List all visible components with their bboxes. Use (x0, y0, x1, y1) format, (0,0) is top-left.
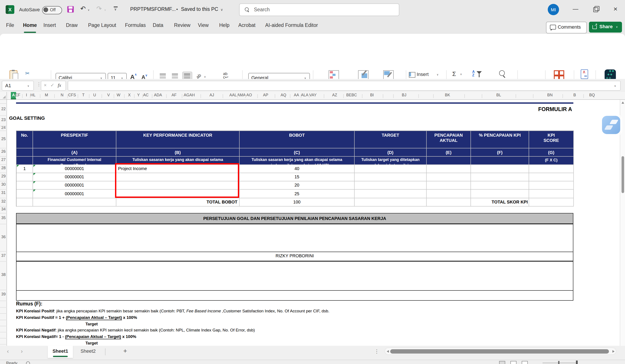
next-sheet-icon[interactable]: › (21, 348, 23, 355)
column-header[interactable]: CFS (68, 93, 76, 97)
column-header[interactable]: V (107, 93, 110, 97)
column-header[interactable]: T (82, 93, 85, 97)
ribbon-tab-file[interactable]: File (6, 23, 14, 28)
table-header-cell[interactable]: % PENCAPAIAN KPI (471, 131, 529, 148)
formula-bar-expand-icon[interactable]: ∨ (614, 85, 616, 87)
ribbon-tab-acrobat[interactable]: Acrobat (238, 23, 255, 28)
rumus-title[interactable]: Rumus (F): (16, 301, 42, 306)
restore-button[interactable] (587, 0, 602, 20)
rumus-negatif-formula[interactable]: KPI Korelasi Negatif= 1 - (Pencapaian Ak… (16, 334, 136, 339)
scroll-left-icon[interactable] (387, 350, 389, 353)
row-header[interactable]: 27 (0, 157, 6, 162)
horizontal-scroll-thumb[interactable] (390, 349, 609, 353)
excel-app-icon[interactable]: X (6, 5, 14, 14)
table-data-cell[interactable] (427, 181, 471, 190)
insert-cells-button[interactable]: Insert ∨ (409, 71, 443, 78)
table-data-cell[interactable]: 00000001 (33, 181, 116, 190)
ribbon-tab-page-layout[interactable]: Page Layout (88, 23, 116, 28)
saved-chevron-icon[interactable]: ∨ (220, 8, 223, 12)
view-page-layout-button[interactable] (510, 361, 516, 364)
column-header[interactable]: AO (246, 93, 252, 97)
table-instruction-cell[interactable] (16, 157, 33, 165)
horizontal-scrollbar[interactable] (384, 348, 616, 355)
table-data-cell[interactable]: 00000001 (33, 173, 116, 181)
table-data-cell[interactable] (529, 165, 574, 173)
table-letter-cell[interactable]: (A) (33, 148, 116, 157)
ribbon-tab-view[interactable]: View (198, 23, 209, 28)
table-data-cell[interactable] (16, 173, 33, 181)
table-total-cell[interactable] (16, 198, 33, 207)
column-header[interactable]: N (61, 93, 63, 97)
table-total-cell[interactable] (355, 198, 427, 207)
table-data-cell[interactable] (427, 173, 471, 181)
table-letter-cell[interactable] (16, 148, 33, 157)
undo-chevron-icon[interactable]: ∨ (88, 9, 90, 11)
ribbon-tab-home[interactable]: Home (23, 23, 37, 28)
table-data-cell[interactable] (471, 165, 529, 173)
cancel-icon[interactable]: × (44, 82, 47, 88)
row-header[interactable]: 25 (0, 137, 6, 141)
rumus-positif-desc[interactable]: KPI Korelasi Positif: jika angka pencapa… (16, 308, 329, 313)
table-total-cell[interactable] (427, 198, 471, 207)
ribbon-tab-formulas[interactable]: Formulas (125, 23, 146, 28)
persetujuan-banner[interactable]: PERSETUJUAN GOAL DAN PERSETUJUAN PENILAI… (16, 213, 573, 224)
table-data-cell[interactable] (471, 190, 529, 198)
table-data-cell[interactable] (529, 190, 574, 198)
rumus-negatif-desc[interactable]: KPI Korelasi Negatif: jika angka pencapa… (16, 328, 255, 332)
table-data-cell[interactable] (427, 165, 471, 173)
name-box-splitter[interactable]: ⋮ (36, 82, 41, 87)
autosave-toggle[interactable]: Off (42, 6, 62, 14)
tab-overflow-icon[interactable]: ⋮ (374, 348, 379, 355)
table-header-cell[interactable]: BOBOT (240, 131, 355, 148)
table-letter-cell[interactable]: (F) (471, 148, 529, 157)
rumus-positif-formula[interactable]: KPI Korelasi Positif = 1 + (Pencapaian A… (16, 315, 137, 320)
table-header-cell[interactable]: TARGET (355, 131, 427, 148)
table-data-cell[interactable]: 20 (240, 181, 355, 190)
column-header[interactable]: BQ (589, 93, 595, 97)
column-header[interactable]: AF (171, 93, 176, 97)
table-letter-cell[interactable]: (D) (355, 148, 427, 157)
column-header[interactable]: B (573, 93, 576, 97)
column-header[interactable]: BN (547, 93, 553, 97)
close-button[interactable]: × (606, 0, 625, 20)
table-data-cell[interactable] (355, 165, 427, 173)
column-header[interactable]: BI (370, 93, 374, 97)
table-header-cell[interactable]: KPI SCORE (529, 131, 574, 148)
avatar[interactable]: MI (548, 4, 559, 15)
row-header[interactable]: 28 (0, 166, 6, 170)
signature-box-1[interactable]: RIZKY PROBORINI (16, 224, 573, 261)
undo-icon[interactable]: ↶ (80, 5, 86, 13)
ribbon-tab-help[interactable]: Help (219, 23, 229, 28)
share-button[interactable]: ↗ Share ∨ (589, 22, 622, 32)
screenshot-overlay-button[interactable] (600, 114, 623, 136)
table-data-cell[interactable]: 25 (240, 190, 355, 198)
table-data-cell[interactable] (471, 173, 529, 181)
column-header[interactable]: BK (445, 93, 450, 97)
row-header[interactable]: 38 (0, 273, 6, 277)
column-header[interactable]: M (45, 93, 48, 97)
column-header[interactable]: AP (263, 93, 268, 97)
row-header[interactable]: 23 (0, 118, 6, 122)
column-header[interactable]: AAL (229, 93, 237, 97)
row-header[interactable]: 32 (0, 199, 6, 204)
table-instruction-cell[interactable]: Tuliskan sasaran kerja yang akan dicapai… (240, 157, 355, 165)
view-page-break-button[interactable] (522, 361, 528, 364)
rumus-positif-denominator[interactable]: Target (76, 322, 107, 326)
table-total-cell[interactable] (33, 198, 116, 207)
table-letter-cell[interactable]: (G) (529, 148, 574, 157)
table-data-cell[interactable] (16, 181, 33, 190)
column-header[interactable]: AZ (332, 93, 337, 97)
ribbon-tab-review[interactable]: Review (174, 23, 190, 28)
column-header[interactable]: I (26, 93, 27, 97)
orientation-chevron-icon[interactable]: ∨ (204, 75, 206, 78)
column-header[interactable]: AQ (281, 93, 286, 97)
row-header[interactable]: 35 (0, 216, 6, 220)
table-instruction-cell[interactable]: Tuliskan target yang ditetapkan oleh pej… (355, 157, 427, 165)
column-header[interactable]: U (93, 93, 96, 97)
column-header[interactable]: W (117, 93, 121, 97)
table-data-cell[interactable]: 00000001 (33, 190, 116, 198)
table-instruction-cell[interactable]: Financial/ Customer/ Internal Proses/ Pe… (33, 157, 116, 165)
column-header[interactable]: AJ (209, 93, 214, 97)
zoom-slider-handle[interactable] (558, 361, 560, 364)
row-header[interactable]: 29 (0, 174, 6, 178)
